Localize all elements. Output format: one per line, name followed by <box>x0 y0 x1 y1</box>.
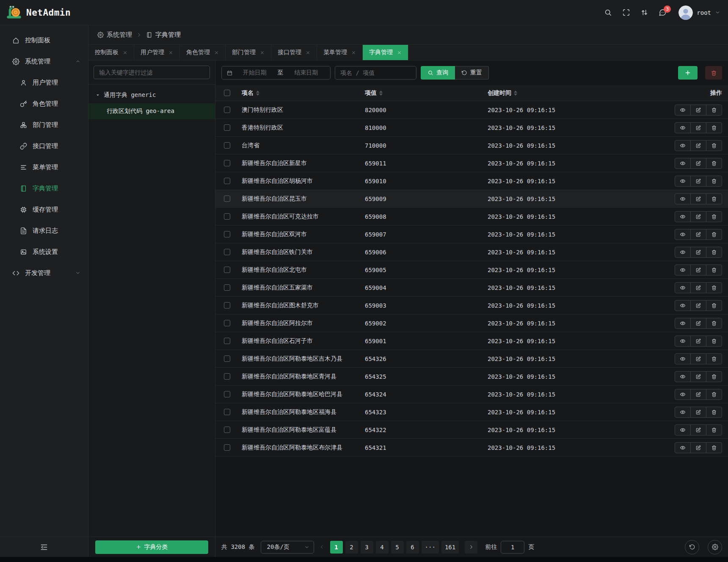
prev-page-button[interactable] <box>317 541 327 554</box>
table-row[interactable]: 新疆维吾尔自治区石河子市 659001 2023-10-26 09:16:15 <box>215 332 728 350</box>
sort-control[interactable] <box>514 91 517 96</box>
table-row[interactable]: 新疆维吾尔自治区阿勒泰地区布尔津县 654321 2023-10-26 09:1… <box>215 439 728 457</box>
page-button[interactable]: 1 <box>330 541 343 554</box>
edit-button[interactable] <box>690 336 706 347</box>
view-button[interactable] <box>675 353 691 364</box>
row-checkbox[interactable] <box>224 107 230 113</box>
edit-button[interactable] <box>690 176 706 187</box>
breadcrumb-item[interactable]: 系统管理 <box>97 31 132 39</box>
row-checkbox[interactable] <box>224 355 230 362</box>
edit-button[interactable] <box>690 247 706 258</box>
search-icon[interactable] <box>604 8 612 17</box>
tree-node-selected[interactable]: 行政区划代码 geo-area <box>88 103 215 119</box>
row-checkbox[interactable] <box>224 444 230 451</box>
close-icon[interactable] <box>214 50 219 55</box>
edit-button[interactable] <box>690 407 706 418</box>
table-row[interactable]: 新疆维吾尔自治区双河市 659007 2023-10-26 09:16:15 <box>215 226 728 243</box>
sidebar-subitem[interactable]: 系统设置 <box>0 241 88 262</box>
add-dictionary-category-button[interactable]: 字典分类 <box>95 540 208 554</box>
delete-button[interactable] <box>706 229 722 240</box>
row-checkbox[interactable] <box>224 302 230 309</box>
view-button[interactable] <box>675 122 691 133</box>
table-settings-button[interactable] <box>708 540 722 554</box>
row-checkbox[interactable] <box>224 142 230 149</box>
caret-down-icon[interactable] <box>95 92 101 98</box>
table-row[interactable]: 新疆维吾尔自治区昆玉市 659009 2023-10-26 09:16:15 <box>215 190 728 208</box>
view-button[interactable] <box>675 229 691 240</box>
close-icon[interactable] <box>123 50 127 55</box>
close-icon[interactable] <box>306 50 310 55</box>
sidebar-subitem[interactable]: 请求日志 <box>0 220 88 241</box>
next-page-button[interactable] <box>465 541 477 554</box>
row-checkbox[interactable] <box>224 409 230 415</box>
edit-button[interactable] <box>690 389 706 400</box>
sidebar-subitem[interactable]: 角色管理 <box>0 93 88 114</box>
table-row[interactable]: 新疆维吾尔自治区阿勒泰地区吉木乃县 654326 2023-10-26 09:1… <box>215 350 728 368</box>
view-button[interactable] <box>675 211 691 222</box>
delete-button[interactable] <box>706 424 722 435</box>
delete-button[interactable] <box>706 371 722 382</box>
delete-button[interactable] <box>706 211 722 222</box>
tab[interactable]: 部门管理 <box>226 45 271 60</box>
edit-button[interactable] <box>690 105 706 116</box>
table-row[interactable]: 台湾省 710000 2023-10-26 09:16:15 <box>215 137 728 154</box>
sort-control[interactable] <box>256 91 259 96</box>
view-button[interactable] <box>675 300 691 311</box>
view-button[interactable] <box>675 336 691 347</box>
edit-button[interactable] <box>690 140 706 151</box>
row-checkbox[interactable] <box>224 196 230 202</box>
view-button[interactable] <box>675 389 691 400</box>
edit-button[interactable] <box>690 442 706 453</box>
delete-button[interactable] <box>706 407 722 418</box>
sidebar-subitem[interactable]: 菜单管理 <box>0 157 88 178</box>
edit-button[interactable] <box>690 371 706 382</box>
view-button[interactable] <box>675 407 691 418</box>
delete-button[interactable] <box>706 282 722 293</box>
delete-button[interactable] <box>706 318 722 329</box>
collapse-sidebar-icon[interactable] <box>40 543 48 551</box>
page-button[interactable]: 161 <box>441 541 459 554</box>
delete-button[interactable] <box>706 193 722 204</box>
view-button[interactable] <box>675 282 691 293</box>
delete-button[interactable] <box>706 176 722 187</box>
close-icon[interactable] <box>351 50 356 55</box>
row-checkbox[interactable] <box>224 338 230 344</box>
date-range-picker[interactable]: 开始日期 至 结束日期 <box>221 66 331 80</box>
delete-button[interactable] <box>706 105 722 116</box>
tab[interactable]: 字典管理 <box>363 45 408 60</box>
delete-button[interactable] <box>706 122 722 133</box>
table-row[interactable]: 新疆维吾尔自治区阿拉尔市 659002 2023-10-26 09:16:15 <box>215 314 728 332</box>
view-button[interactable] <box>675 264 691 275</box>
view-button[interactable] <box>675 158 691 169</box>
delete-button[interactable] <box>706 158 722 169</box>
row-checkbox[interactable] <box>224 284 230 291</box>
table-row[interactable]: 新疆维吾尔自治区胡杨河市 659010 2023-10-26 09:16:15 <box>215 172 728 190</box>
row-checkbox[interactable] <box>224 178 230 184</box>
row-checkbox[interactable] <box>224 427 230 433</box>
row-checkbox[interactable] <box>224 231 230 237</box>
edit-button[interactable] <box>690 300 706 311</box>
tab[interactable]: 用户管理 <box>134 45 180 60</box>
tree-node-root[interactable]: 通用字典 generic <box>88 87 215 103</box>
tab[interactable]: 接口管理 <box>271 45 317 60</box>
query-button[interactable]: 查询 <box>421 66 455 80</box>
switch-icon[interactable] <box>640 8 648 17</box>
delete-button[interactable] <box>706 442 722 453</box>
user-menu[interactable]: root <box>678 6 720 20</box>
view-button[interactable] <box>675 247 691 258</box>
row-checkbox[interactable] <box>224 213 230 220</box>
edit-button[interactable] <box>690 158 706 169</box>
page-button[interactable]: 5 <box>391 541 404 554</box>
page-button[interactable]: 4 <box>376 541 389 554</box>
table-row[interactable]: 新疆维吾尔自治区北屯市 659005 2023-10-26 09:16:15 <box>215 261 728 279</box>
add-row-button[interactable] <box>678 66 698 80</box>
start-date-placeholder[interactable]: 开始日期 <box>235 69 274 77</box>
tab[interactable]: 菜单管理 <box>317 45 363 60</box>
page-button[interactable]: ··· <box>422 541 439 554</box>
sidebar-subitem[interactable]: 用户管理 <box>0 72 88 93</box>
edit-button[interactable] <box>690 264 706 275</box>
delete-button[interactable] <box>706 247 722 258</box>
table-row[interactable]: 新疆维吾尔自治区五家渠市 659004 2023-10-26 09:16:15 <box>215 279 728 297</box>
delete-button[interactable] <box>706 300 722 311</box>
sidebar-subitem[interactable]: 部门管理 <box>0 114 88 135</box>
